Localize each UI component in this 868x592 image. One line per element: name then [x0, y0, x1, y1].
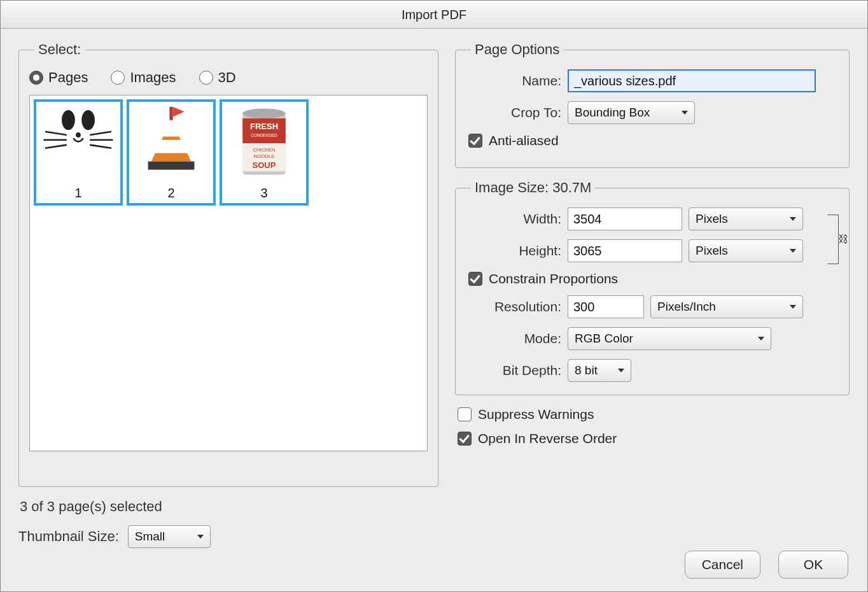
svg-text:SOUP: SOUP	[253, 160, 276, 170]
reverse-order-label: Open In Reverse Order	[478, 431, 617, 446]
left-column: Select: Pages Images 3D	[18, 41, 438, 533]
bitdepth-label: Bit Depth:	[466, 363, 561, 378]
selection-count: 3 of 3 page(s) selected	[20, 498, 437, 515]
resolution-unit-select[interactable]: Pixels/Inch	[650, 295, 803, 318]
resolution-label: Resolution:	[466, 299, 561, 314]
svg-point-1	[62, 110, 75, 130]
width-label: Width:	[466, 211, 561, 227]
chain-link-icon[interactable]: ⛓	[838, 234, 848, 245]
thumbnail-3[interactable]: FRESH CONDENSED CHICKEN NOODLE SOUP 3	[220, 99, 309, 206]
width-unit-select[interactable]: Pixels	[689, 208, 803, 230]
radio-images-indicator[interactable]	[111, 71, 125, 85]
radio-3d[interactable]: 3D	[199, 69, 236, 86]
crop-value: Bounding Box	[575, 106, 650, 120]
page-options-group: Page Options Name: Crop To: Bounding Box…	[455, 41, 850, 168]
image-size-group: Image Size: 30.7M Width: Pixels Height:	[455, 180, 850, 395]
height-unit-value: Pixels	[696, 244, 728, 258]
dialog-title: Import PDF	[1, 1, 867, 29]
resolution-unit-value: Pixels/Inch	[657, 300, 716, 314]
anti-aliased-checkbox[interactable]	[468, 134, 482, 148]
thumbnail-3-number: 3	[222, 185, 306, 203]
select-radio-row: Pages Images 3D	[29, 69, 428, 86]
constrain-checkbox[interactable]	[468, 272, 482, 286]
page-options-legend: Page Options	[471, 41, 563, 58]
cancel-button-label: Cancel	[702, 557, 743, 572]
radio-images-label: Images	[130, 69, 176, 86]
select-legend: Select:	[34, 41, 85, 58]
thumbnail-3-image: FRESH CONDENSED CHICKEN NOODLE SOUP	[222, 102, 306, 185]
mode-value: RGB Color	[575, 332, 633, 346]
thumbnail-1[interactable]: 1	[34, 99, 123, 206]
radio-images[interactable]: Images	[111, 69, 176, 86]
svg-point-2	[81, 110, 95, 130]
ok-button-label: OK	[804, 557, 823, 572]
svg-text:CONDENSED: CONDENSED	[251, 133, 277, 137]
svg-text:FRESH: FRESH	[250, 122, 278, 131]
svg-point-3	[76, 132, 81, 137]
dialog-content: Select: Pages Images 3D	[1, 29, 867, 533]
anti-aliased-label: Anti-aliased	[489, 133, 559, 148]
radio-pages-indicator[interactable]	[29, 71, 43, 85]
width-field[interactable]	[568, 208, 682, 230]
svg-text:NOODLE: NOODLE	[254, 153, 275, 159]
radio-3d-label: 3D	[218, 69, 236, 86]
svg-rect-0	[37, 102, 120, 185]
cancel-button[interactable]: Cancel	[685, 551, 760, 579]
thumbnail-size-label: Thumbnail Size:	[18, 528, 119, 545]
suppress-warnings-label: Suppress Warnings	[478, 407, 594, 422]
image-size-legend: Image Size: 30.7M	[471, 180, 595, 196]
height-field[interactable]	[568, 239, 682, 262]
radio-pages[interactable]: Pages	[29, 69, 88, 86]
height-label: Height:	[466, 243, 561, 258]
reverse-order-checkbox[interactable]	[458, 432, 472, 446]
width-unit-value: Pixels	[696, 212, 728, 226]
radio-3d-indicator[interactable]	[199, 71, 213, 85]
svg-rect-5	[169, 107, 172, 120]
thumbnail-1-number: 1	[36, 185, 120, 203]
constrain-label: Constrain Proportions	[489, 271, 618, 286]
constrain-link-bracket: ⛓	[827, 215, 839, 264]
crop-label: Crop To:	[466, 105, 561, 120]
thumbnail-area: 1	[29, 95, 428, 451]
thumbnail-size-value: Small	[135, 530, 165, 544]
thumbnail-1-image	[36, 102, 120, 185]
suppress-warnings-checkbox[interactable]	[458, 407, 472, 421]
svg-rect-10	[148, 162, 195, 170]
thumbnail-size-select[interactable]: Small	[128, 525, 211, 548]
dialog-footer: Cancel OK	[685, 551, 848, 579]
mode-label: Mode:	[466, 331, 561, 346]
name-field[interactable]	[568, 69, 816, 92]
svg-point-13	[242, 108, 286, 118]
thumbnail-2-number: 2	[129, 185, 213, 203]
bitdepth-value: 8 bit	[575, 363, 598, 377]
svg-text:CHICKEN: CHICKEN	[253, 147, 275, 153]
bitdepth-select[interactable]: 8 bit	[568, 359, 631, 382]
select-group: Select: Pages Images 3D	[18, 41, 438, 487]
thumbnail-2-image	[129, 102, 213, 185]
resolution-field[interactable]	[568, 295, 644, 318]
import-pdf-dialog: Import PDF Select: Pages Images	[0, 0, 868, 592]
thumbnail-2[interactable]: 2	[127, 99, 216, 206]
height-unit-select[interactable]: Pixels	[689, 239, 803, 262]
mode-select[interactable]: RGB Color	[568, 327, 771, 350]
name-label: Name:	[466, 73, 561, 88]
radio-pages-label: Pages	[48, 69, 88, 86]
right-column: Page Options Name: Crop To: Bounding Box…	[455, 41, 850, 533]
ok-button[interactable]: OK	[778, 551, 848, 579]
crop-select[interactable]: Bounding Box	[568, 101, 695, 124]
